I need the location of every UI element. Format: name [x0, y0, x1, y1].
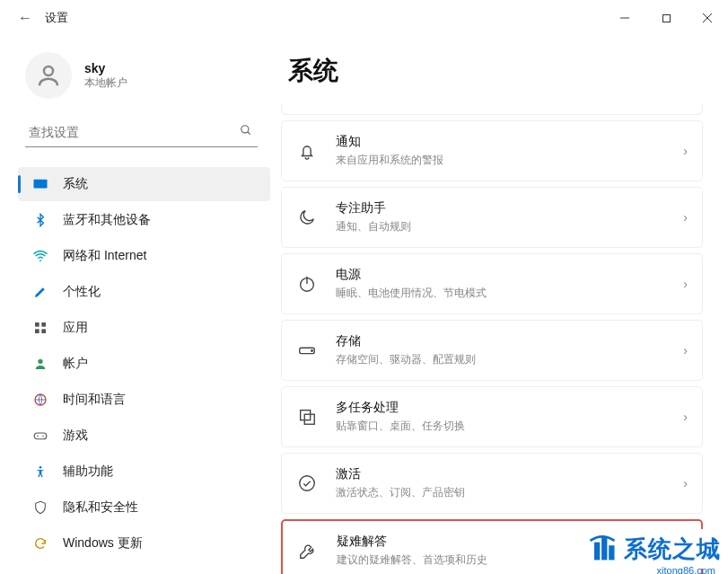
sidebar-item-label: 应用	[63, 320, 88, 336]
card-partial[interactable]	[281, 104, 703, 115]
svg-rect-24	[304, 414, 314, 424]
card-desc: 贴靠窗口、桌面、任务切换	[336, 419, 683, 434]
sidebar-item-accounts[interactable]: 帐户	[18, 347, 270, 381]
sidebar-item-label: 网络和 Internet	[63, 248, 146, 264]
chevron-right-icon: ›	[683, 144, 688, 158]
wrench-icon	[297, 540, 319, 561]
svg-point-25	[300, 476, 315, 491]
accessibility-icon	[32, 464, 48, 480]
sidebar-item-bluetooth[interactable]: 蓝牙和其他设备	[18, 203, 270, 237]
card-desc: 来自应用和系统的警报	[336, 153, 683, 168]
chevron-right-icon: ›	[683, 410, 688, 424]
sidebar-item-personalization[interactable]: 个性化	[18, 275, 270, 309]
avatar-icon	[25, 52, 72, 99]
svg-rect-1	[662, 14, 670, 22]
svg-point-17	[42, 436, 44, 437]
check-circle-icon	[296, 472, 318, 494]
search-box[interactable]	[25, 117, 258, 147]
sidebar-item-label: 游戏	[63, 428, 88, 444]
window-title: 设置	[45, 10, 68, 26]
bluetooth-icon	[32, 212, 48, 228]
card-focus-assist[interactable]: 专注助手 通知、自动规则 ›	[281, 187, 703, 248]
card-title: 多任务处理	[336, 400, 683, 416]
sidebar-item-label: 个性化	[63, 284, 101, 300]
svg-point-22	[311, 350, 312, 351]
sidebar-item-privacy[interactable]: 隐私和安全性	[18, 490, 270, 525]
card-desc: 存储空间、驱动器、配置规则	[336, 352, 683, 367]
account-type: 本地帐户	[84, 75, 127, 91]
bell-icon	[296, 140, 318, 162]
sidebar-item-label: 蓝牙和其他设备	[63, 212, 151, 228]
watermark: 系统之城 xitong86.com	[583, 529, 724, 569]
sidebar-item-accessibility[interactable]: 辅助功能	[18, 455, 270, 489]
globe-icon	[32, 392, 48, 408]
maximize-button[interactable]	[645, 4, 687, 32]
person-icon	[32, 356, 48, 372]
card-desc: 激活状态、订阅、产品密钥	[336, 485, 683, 500]
svg-point-8	[39, 260, 41, 261]
sidebar-item-apps[interactable]: 应用	[18, 311, 270, 345]
chevron-right-icon: ›	[683, 277, 688, 291]
moon-icon	[296, 207, 318, 228]
chevron-right-icon: ›	[683, 210, 688, 225]
search-input[interactable]	[29, 125, 240, 139]
sidebar: sky 本地帐户 系统 蓝牙和其他设备	[0, 36, 274, 574]
card-storage[interactable]: 存储 存储空间、驱动器、配置规则 ›	[281, 320, 703, 381]
card-title: 通知	[336, 134, 683, 150]
card-notifications[interactable]: 通知 来自应用和系统的警报 ›	[281, 120, 703, 181]
sidebar-item-windows-update[interactable]: Windows 更新	[18, 526, 270, 561]
sidebar-item-label: 辅助功能	[63, 464, 113, 480]
card-desc: 通知、自动规则	[336, 219, 683, 234]
sidebar-item-network[interactable]: 网络和 Internet	[18, 239, 270, 273]
watermark-url: xitong86.com	[657, 565, 715, 574]
page-title: 系统	[281, 54, 703, 88]
gamepad-icon	[32, 428, 48, 444]
svg-rect-12	[41, 329, 46, 333]
svg-point-16	[37, 436, 39, 437]
card-power[interactable]: 电源 睡眠、电池使用情况、节电模式 ›	[281, 253, 703, 314]
card-desc: 睡眠、电池使用情况、节电模式	[336, 286, 683, 301]
sidebar-item-label: 帐户	[63, 356, 88, 372]
update-icon	[32, 535, 48, 552]
svg-rect-7	[34, 180, 48, 189]
watermark-logo-icon	[586, 531, 618, 567]
main-content: 系统 通知 来自应用和系统的警报 › 专注助手 通知、自动规则	[274, 36, 728, 574]
svg-line-6	[248, 132, 250, 135]
sidebar-item-time-language[interactable]: 时间和语言	[18, 383, 270, 417]
sidebar-item-label: 隐私和安全性	[63, 499, 138, 516]
apps-icon	[32, 320, 48, 336]
sidebar-item-label: 系统	[63, 176, 88, 192]
card-multitasking[interactable]: 多任务处理 贴靠窗口、桌面、任务切换 ›	[281, 386, 703, 447]
svg-rect-10	[41, 322, 46, 327]
svg-rect-11	[35, 329, 39, 333]
svg-rect-15	[34, 433, 47, 439]
sidebar-nav: 系统 蓝牙和其他设备 网络和 Internet 个性化 应用	[18, 167, 270, 561]
titlebar: ← 设置	[0, 0, 728, 36]
back-button[interactable]: ←	[18, 10, 32, 26]
close-button[interactable]	[687, 4, 728, 32]
sidebar-item-gaming[interactable]: 游戏	[18, 419, 270, 453]
card-title: 电源	[336, 267, 683, 283]
svg-point-5	[241, 126, 249, 133]
drive-icon	[296, 340, 318, 361]
search-icon	[240, 124, 252, 139]
copy-icon	[296, 406, 318, 428]
svg-point-4	[44, 66, 53, 75]
brush-icon	[32, 284, 48, 300]
sidebar-item-system[interactable]: 系统	[18, 167, 270, 201]
svg-rect-26	[594, 543, 600, 561]
shield-icon	[32, 499, 48, 516]
card-title: 专注助手	[336, 200, 683, 216]
svg-rect-9	[35, 322, 39, 327]
minimize-button[interactable]	[604, 4, 645, 32]
svg-rect-27	[601, 537, 607, 560]
watermark-text: 系统之城	[624, 534, 721, 565]
svg-rect-23	[301, 411, 311, 420]
card-activation[interactable]: 激活 激活状态、订阅、产品密钥 ›	[281, 453, 703, 514]
username: sky	[84, 61, 127, 75]
display-icon	[32, 176, 48, 192]
power-icon	[296, 273, 318, 295]
profile-block[interactable]: sky 本地帐户	[25, 52, 270, 99]
sidebar-item-label: Windows 更新	[63, 535, 143, 552]
card-title: 激活	[336, 466, 683, 482]
